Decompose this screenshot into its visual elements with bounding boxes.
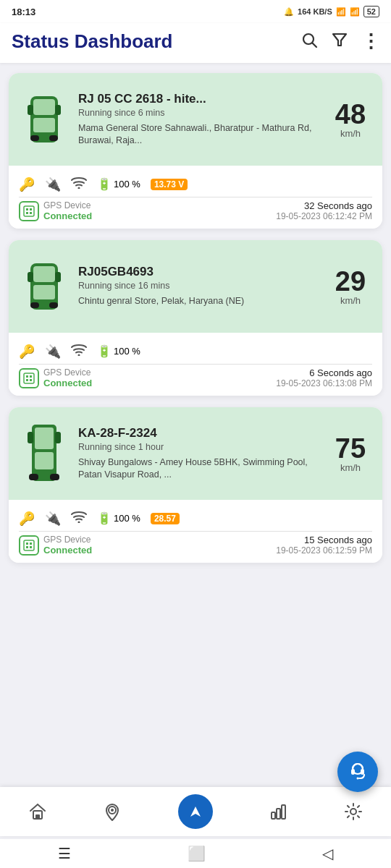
svg-rect-25 — [26, 375, 28, 378]
svg-rect-20 — [55, 272, 61, 282]
speed-box-3: 75 km/h — [329, 435, 372, 473]
svg-rect-37 — [24, 540, 34, 550]
battery-status-2: 🔋 100 % — [97, 344, 140, 358]
svg-rect-8 — [30, 135, 39, 141]
top-bar: Status Dashboard ⋮ — [0, 23, 391, 63]
svg-rect-19 — [28, 272, 33, 282]
svg-rect-33 — [55, 432, 61, 443]
svg-rect-14 — [26, 212, 28, 214]
page-title: Status Dashboard — [12, 30, 173, 53]
bottom-nav — [0, 787, 391, 836]
vehicle-id-3: KA-28-F-2324 — [78, 426, 320, 441]
gps-text-1: GPS Device Connected — [43, 200, 92, 221]
vehicle-card[interactable]: RJ 05 CC 2618 - hite... Running since 6 … — [9, 73, 382, 229]
search-icon[interactable] — [300, 31, 318, 53]
battery-status-1: 🔋 100 % — [97, 177, 140, 191]
key-icon: 🔑 — [19, 176, 35, 192]
svg-point-10 — [78, 187, 80, 190]
gps-time-3: 15 Seconds ago 19-05-2023 06:12:59 PM — [276, 535, 372, 556]
speed-box-1: 48 km/h — [329, 101, 372, 139]
nav-item-navigate[interactable] — [178, 794, 213, 829]
gps-datetime-3: 19-05-2023 06:12:59 PM — [276, 545, 372, 556]
key-icon-2: 🔑 — [19, 344, 35, 359]
svg-point-36 — [78, 522, 80, 524]
car-icon-2 — [23, 250, 65, 323]
speed-unit-3: km/h — [340, 462, 361, 473]
svg-rect-26 — [30, 375, 32, 378]
battery-icon-1: 🔋 — [97, 177, 112, 191]
card-info-2: RJ05GB4693 Running since 16 mins Chintu … — [78, 265, 320, 308]
nav-item-settings[interactable] — [344, 802, 363, 821]
nav-item-reports[interactable] — [269, 802, 288, 821]
gps-time-1: 32 Seconds ago 19-05-2023 06:12:42 PM — [276, 200, 372, 221]
divider-3 — [19, 531, 372, 532]
android-back-btn[interactable]: ◁ — [322, 845, 333, 862]
svg-point-45 — [357, 778, 359, 780]
svg-rect-34 — [29, 474, 38, 480]
speed-unit-2: km/h — [340, 295, 361, 306]
svg-rect-41 — [30, 546, 32, 548]
svg-rect-50 — [272, 812, 275, 819]
status-bar: 18:13 🔔 164 KB/S 📶 📶 52 — [0, 0, 391, 23]
svg-rect-35 — [50, 474, 59, 480]
more-options-icon[interactable]: ⋮ — [361, 30, 379, 53]
vehicle-icon-wrap — [19, 83, 70, 156]
filter-icon[interactable] — [331, 31, 348, 53]
vehicle-card-3[interactable]: KA-28-F-2324 Running since 1 hour Shivay… — [9, 407, 382, 563]
navigate-btn[interactable] — [178, 794, 213, 829]
gps-text-3: GPS Device Connected — [43, 535, 92, 556]
svg-rect-24 — [24, 373, 34, 383]
svg-rect-4 — [33, 99, 55, 115]
svg-point-23 — [78, 354, 80, 357]
card-top-2: RJ05GB4693 Running since 16 mins Chintu … — [9, 240, 382, 333]
card-info-1: RJ 05 CC 2618 - hite... Running since 6 … — [78, 92, 320, 148]
svg-marker-2 — [333, 34, 346, 46]
network-speed: 164 KB/S — [298, 7, 332, 16]
vehicle-id-1: RJ 05 CC 2618 - hite... — [78, 92, 320, 106]
gps-chip-icon-3 — [19, 535, 39, 556]
status-right: 🔔 164 KB/S 📶 📶 52 — [284, 6, 379, 17]
gps-label-2: GPS Device — [43, 367, 92, 378]
gps-left-3: GPS Device Connected — [19, 535, 92, 556]
speed-value-2: 29 — [335, 268, 366, 295]
gps-row-1: GPS Device Connected 32 Seconds ago 19-0… — [19, 200, 372, 221]
svg-rect-44 — [361, 769, 364, 775]
nav-item-home[interactable] — [28, 802, 47, 821]
gps-ago-2: 6 Seconds ago — [276, 367, 372, 378]
vehicle-card-2[interactable]: RJ05GB4693 Running since 16 mins Chintu … — [9, 240, 382, 396]
gps-ago-1: 32 Seconds ago — [276, 200, 372, 211]
svg-rect-28 — [30, 379, 32, 381]
settings-nav-icon — [344, 802, 363, 821]
battery-pct-3: 100 % — [114, 513, 140, 524]
voltage-badge-1: 13.73 V — [151, 179, 188, 190]
wifi-status-icon-2 — [71, 343, 87, 359]
running-since-3: Running since 1 hour — [78, 442, 320, 452]
support-fab[interactable] — [337, 752, 378, 792]
home-nav-icon — [28, 802, 47, 821]
svg-rect-18 — [33, 285, 55, 299]
svg-rect-13 — [30, 208, 32, 210]
svg-rect-27 — [26, 379, 28, 381]
android-menu-btn[interactable]: ☰ — [58, 845, 71, 862]
android-home-btn[interactable]: ⬜ — [188, 845, 206, 862]
card-bottom-2: 🔑 🔌 🔋 100 % — [9, 333, 382, 396]
gps-status-3: Connected — [43, 545, 92, 556]
svg-rect-32 — [28, 432, 33, 443]
status-time: 18:13 — [12, 7, 35, 17]
card-bottom-3: 🔑 🔌 🔋 100 % 28.57 — [9, 500, 382, 563]
voltage-badge-3: 28.57 — [151, 513, 180, 524]
svg-point-53 — [350, 809, 356, 814]
location-2: Chintu genral Store, Pelak, Haryana (NE) — [78, 295, 320, 308]
gps-ago-3: 15 Seconds ago — [276, 535, 372, 545]
gps-label-3: GPS Device — [43, 535, 92, 545]
gps-time-2: 6 Seconds ago 19-05-2023 06:13:08 PM — [276, 367, 372, 388]
status-icons-row-2: 🔑 🔌 🔋 100 % — [19, 339, 372, 364]
nav-item-location[interactable] — [103, 802, 122, 821]
svg-point-49 — [111, 809, 114, 812]
svg-rect-17 — [33, 266, 55, 282]
running-since-2: Running since 16 mins — [78, 281, 320, 291]
svg-rect-6 — [28, 105, 33, 115]
svg-rect-38 — [26, 542, 28, 545]
svg-rect-51 — [277, 809, 280, 819]
svg-rect-52 — [282, 805, 285, 819]
